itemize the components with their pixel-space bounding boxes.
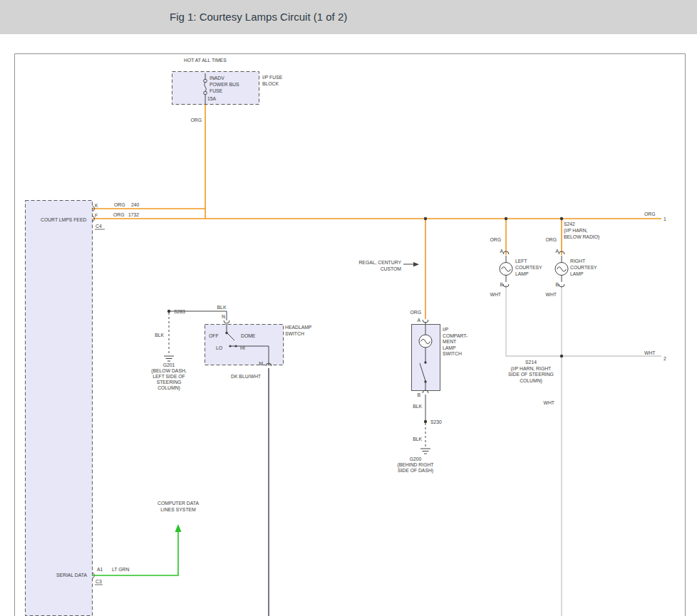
wire-color-label: ORG	[113, 212, 124, 217]
pin-label: B	[555, 282, 559, 287]
circuit-number-label: 1732	[128, 212, 139, 217]
splice-label: S230	[430, 419, 442, 424]
junction-dot	[505, 217, 507, 220]
wiring-diagram: HOT AT ALL TIMES INADV POWER BUS FUSE 15…	[0, 0, 697, 616]
headlamp-switch-label: SWITCH	[285, 331, 304, 336]
ground-label: G200	[410, 456, 422, 461]
wire-color-label: ORG	[191, 118, 202, 122]
pin-label: B	[417, 392, 420, 397]
ground-label: SIDE OF DASH)	[398, 468, 433, 474]
switch-position-label: OFF	[209, 333, 219, 338]
variant-note-label: CUSTOM	[381, 266, 402, 271]
pin-label: N	[222, 314, 225, 319]
splice-label: SIDE OF STEERING	[508, 372, 554, 377]
wire-color-label: BLK	[413, 437, 422, 442]
pin-label: K	[95, 203, 98, 208]
lamp-switch-label: LAMP	[443, 345, 456, 350]
fuse-name-label: POWER BUS	[210, 82, 239, 87]
splice-label: BELOW RADIO)	[564, 234, 599, 240]
lamp-switch-label: SWITCH	[443, 351, 462, 356]
wire-color-label: ORG	[644, 212, 655, 216]
wire-color-label: LT GRN	[112, 567, 129, 572]
offpage-ref: 1	[664, 216, 666, 221]
ground-symbol-g201	[164, 356, 174, 361]
headlamp-switch-box	[205, 325, 284, 365]
switch-position-label: HI	[240, 345, 245, 350]
pin-label: M	[259, 361, 263, 366]
offpage-ref: 2	[664, 356, 666, 361]
diagram-border	[15, 54, 686, 616]
wire-color-label: DK BLU/WHT	[231, 374, 261, 379]
ground-label: G201	[163, 362, 175, 367]
wire-color-label: WHT	[546, 292, 557, 297]
fuse-name-label: FUSE	[210, 88, 223, 93]
fuse-block-label: BLOCK	[262, 81, 279, 86]
splice-label: S283	[174, 309, 185, 314]
splice-s283	[167, 310, 170, 313]
wht-return-wires	[506, 285, 661, 616]
wire-color-label: BLK	[413, 404, 422, 409]
splice-s242	[560, 217, 563, 220]
splice-label: S214	[525, 360, 537, 365]
left-connector-box	[26, 201, 93, 616]
right-lamp-label: RIGHT	[570, 259, 585, 263]
lamp-switch-label: MENT	[443, 339, 456, 344]
right-lamp-label: COURTESY	[570, 265, 597, 270]
pin-label: A	[555, 249, 559, 254]
switch-position-label: DOME	[241, 333, 256, 338]
ground-label: (BEHIND RIGHT	[398, 462, 434, 468]
computer-data-label: COMPUTER DATA	[158, 501, 199, 506]
lamp-switch-label: I/P	[443, 327, 449, 332]
wire-color-label: WHT	[544, 400, 554, 405]
g200-ground-wire	[420, 395, 430, 454]
pin-label: B	[500, 282, 503, 287]
wire-color-label: ORG	[411, 310, 421, 315]
connector-id-label: C3	[95, 579, 102, 584]
left-lamp-label: LAMP	[515, 271, 529, 276]
ground-label: COLUMN)	[158, 385, 180, 391]
fuse-rating-label: 15A	[207, 96, 217, 101]
splice-label: COLUMN)	[520, 378, 542, 384]
ground-symbol-g200	[420, 449, 430, 454]
wire-color-label: BLK	[155, 333, 164, 338]
connector-id-label: C4	[95, 224, 102, 229]
headlamp-switch-label: HEADLAMP	[285, 325, 312, 330]
wire-color-label: ORG	[546, 237, 557, 242]
left-lamp-label: LEFT	[515, 259, 527, 263]
hot-at-all-times-label: HOT AT ALL TIMES	[184, 58, 227, 63]
splice-label: (I/P HARN,	[564, 228, 588, 234]
wire-color-label: BLK	[217, 305, 227, 310]
pin-label: A	[500, 249, 503, 254]
switch-position-label: LO	[216, 345, 222, 350]
pin-label: F	[95, 213, 98, 218]
junction-dot	[424, 217, 427, 220]
serial-data-label: SERIAL DATA	[56, 573, 87, 578]
splice-label: (I/P HARN, RIGHT	[511, 366, 552, 372]
pin-label: A	[417, 318, 420, 323]
arrow-right-icon	[413, 262, 419, 267]
wire-color-label: WHT	[644, 350, 655, 355]
arrow-up-icon	[175, 524, 182, 532]
wire-color-label: ORG	[490, 237, 501, 242]
pin-label: A1	[97, 567, 103, 572]
variant-note-label: REGAL, CENTURY	[358, 260, 401, 265]
left-lamp-label: COURTESY	[515, 265, 542, 270]
ground-label: STEERING	[157, 380, 182, 385]
serial-data-wire	[93, 524, 182, 575]
wire-color-label: ORG	[114, 202, 125, 207]
ground-label: LEFT SIDE OF	[153, 374, 185, 379]
splice-label: S242	[564, 221, 575, 226]
left-connector-pins	[93, 206, 105, 585]
lamp-switch-label: COMPART-	[443, 333, 468, 338]
connector-feed-label: COURT LMPS FEED	[41, 217, 86, 222]
org-feed-wires	[93, 105, 661, 319]
fuse-name-label: INADV	[210, 75, 224, 80]
splice-s230	[424, 420, 427, 423]
wire-color-label: WHT	[490, 292, 501, 297]
right-lamp-label: LAMP	[570, 271, 584, 276]
circuit-number-label: 240	[131, 202, 140, 207]
ground-label: (BELOW DASH,	[151, 368, 187, 374]
splice-s214	[560, 355, 563, 357]
fuse-block-label: I/P FUSE	[262, 75, 283, 80]
variant-note-arrow	[403, 262, 419, 267]
